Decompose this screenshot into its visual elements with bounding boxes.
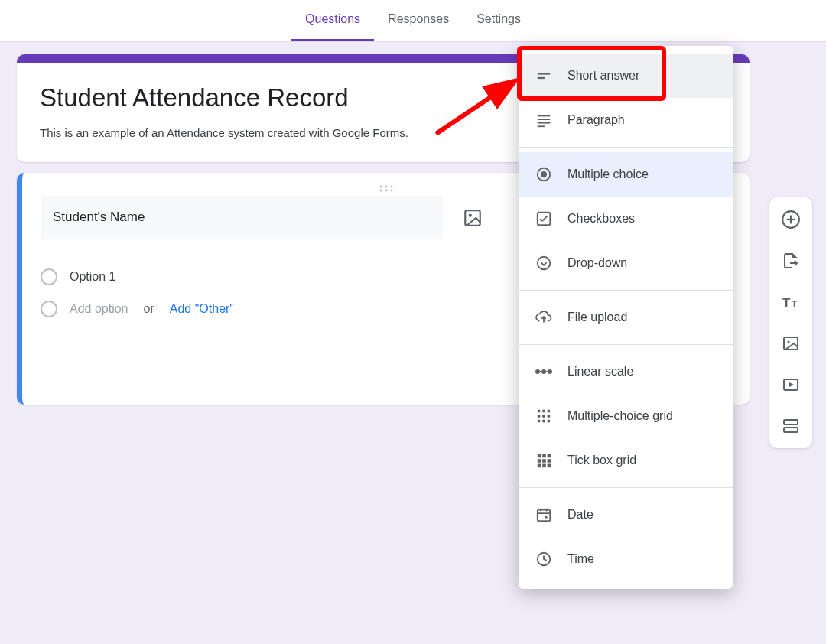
svg-point-37 xyxy=(542,415,545,418)
or-text: or xyxy=(141,302,158,316)
menu-label: Linear scale xyxy=(567,365,633,379)
svg-point-33 xyxy=(538,410,541,413)
linear-scale-icon xyxy=(534,362,554,382)
paragraph-icon xyxy=(534,110,554,130)
svg-point-31 xyxy=(541,369,546,374)
svg-point-30 xyxy=(535,369,540,374)
svg-point-7 xyxy=(469,213,472,216)
svg-point-28 xyxy=(538,257,551,270)
import-questions-button[interactable] xyxy=(779,249,802,272)
menu-label: Multiple choice xyxy=(567,168,649,181)
option-text[interactable]: Option 1 xyxy=(70,270,115,284)
tab-bar: Questions Responses Settings xyxy=(0,0,826,42)
menu-dropdown[interactable]: Drop-down xyxy=(519,241,733,285)
svg-rect-47 xyxy=(548,459,551,463)
menu-multiple-choice[interactable]: Multiple choice xyxy=(519,152,733,197)
svg-point-3 xyxy=(379,190,382,192)
svg-point-38 xyxy=(547,415,550,418)
svg-rect-24 xyxy=(538,125,545,127)
svg-point-2 xyxy=(390,186,392,188)
menu-short-answer[interactable]: Short answer xyxy=(519,54,733,98)
svg-text:T: T xyxy=(792,299,798,310)
svg-rect-48 xyxy=(538,464,541,468)
svg-point-15 xyxy=(788,341,790,343)
radio-icon xyxy=(41,268,57,285)
svg-rect-45 xyxy=(538,459,541,463)
svg-point-0 xyxy=(379,186,382,188)
add-image-button[interactable] xyxy=(457,202,489,234)
menu-label: Time xyxy=(567,552,594,566)
tab-questions[interactable]: Questions xyxy=(291,0,374,41)
svg-rect-43 xyxy=(542,454,546,458)
svg-rect-18 xyxy=(784,428,798,432)
menu-date[interactable]: Date xyxy=(519,493,733,537)
menu-time[interactable]: Time xyxy=(519,537,733,581)
svg-point-35 xyxy=(547,410,550,413)
svg-point-39 xyxy=(538,419,541,422)
menu-mc-grid[interactable]: Multiple-choice grid xyxy=(519,394,733,438)
radio-icon xyxy=(534,164,554,184)
radio-icon xyxy=(41,301,57,317)
menu-label: Tick box grid xyxy=(567,454,636,467)
menu-label: Multiple-choice grid xyxy=(567,409,673,423)
svg-rect-19 xyxy=(538,73,551,74)
menu-checkboxes[interactable]: Checkboxes xyxy=(519,197,733,241)
add-section-button[interactable] xyxy=(779,415,802,437)
svg-rect-42 xyxy=(538,454,541,458)
tab-responses[interactable]: Responses xyxy=(374,0,463,41)
add-option-text[interactable]: Add option xyxy=(70,302,128,316)
mc-grid-icon xyxy=(534,406,554,426)
svg-text:T: T xyxy=(782,296,791,311)
svg-point-26 xyxy=(541,171,547,177)
svg-rect-46 xyxy=(542,459,546,463)
svg-rect-55 xyxy=(545,516,548,519)
upload-icon xyxy=(534,307,554,327)
menu-label: Short answer xyxy=(567,69,639,83)
svg-rect-21 xyxy=(538,115,551,117)
question-type-menu: Short answer Paragraph Multiple choice C… xyxy=(519,46,733,589)
menu-label: Drop-down xyxy=(567,256,627,270)
menu-tick-grid[interactable]: Tick box grid xyxy=(519,438,733,483)
svg-rect-17 xyxy=(784,420,798,424)
add-question-button[interactable] xyxy=(779,208,802,231)
svg-point-4 xyxy=(385,190,387,192)
svg-rect-14 xyxy=(784,337,798,350)
dropdown-icon xyxy=(534,253,554,273)
svg-rect-23 xyxy=(538,122,551,124)
svg-rect-6 xyxy=(465,210,480,226)
svg-point-36 xyxy=(538,415,541,418)
menu-linear-scale[interactable]: Linear scale xyxy=(519,350,733,394)
svg-point-5 xyxy=(390,190,392,192)
tick-grid-icon xyxy=(534,450,554,470)
add-video-button[interactable] xyxy=(779,373,802,396)
svg-rect-50 xyxy=(548,464,551,468)
menu-label: Paragraph xyxy=(567,113,625,127)
svg-rect-20 xyxy=(538,77,545,79)
add-other-button[interactable]: Add "Other" xyxy=(170,302,234,316)
svg-point-41 xyxy=(547,419,550,422)
svg-point-32 xyxy=(548,369,552,374)
time-icon xyxy=(534,549,554,569)
question-title-input[interactable] xyxy=(41,196,443,239)
svg-rect-51 xyxy=(538,510,551,522)
svg-rect-44 xyxy=(548,454,551,458)
menu-paragraph[interactable]: Paragraph xyxy=(519,98,733,142)
menu-label: Checkboxes xyxy=(567,212,635,226)
checkbox-icon xyxy=(534,209,554,229)
menu-file-upload[interactable]: File upload xyxy=(519,295,733,340)
add-image-button-toolbar[interactable] xyxy=(779,332,802,355)
svg-point-1 xyxy=(385,186,387,188)
svg-rect-22 xyxy=(538,119,551,120)
add-title-button[interactable]: TT xyxy=(779,291,802,314)
menu-label: File upload xyxy=(567,311,627,324)
short-answer-icon xyxy=(534,66,554,86)
svg-point-34 xyxy=(542,410,545,413)
svg-point-40 xyxy=(542,419,545,422)
menu-label: Date xyxy=(567,508,593,522)
side-toolbar: TT xyxy=(769,197,812,448)
tab-settings[interactable]: Settings xyxy=(463,0,535,41)
svg-rect-49 xyxy=(542,464,546,468)
date-icon xyxy=(534,505,554,525)
